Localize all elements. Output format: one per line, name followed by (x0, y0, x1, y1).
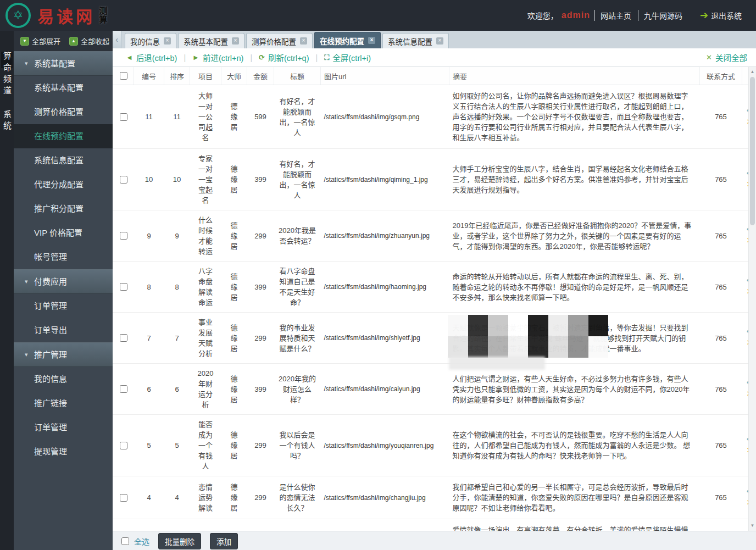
cell-sort: 3 (164, 519, 190, 531)
tab[interactable]: 测算价格配置 × (246, 33, 313, 48)
back-button[interactable]: ◄ 后退(ctrl+b) (119, 52, 184, 63)
brand: ✡ 易读网 测算 (0, 3, 108, 28)
sidebar-item[interactable]: 推广链接 (14, 391, 113, 415)
sidebar-item[interactable]: 推广积分配置 (14, 197, 113, 221)
cell-contact: 765 (700, 149, 742, 210)
sidebar-group-header[interactable]: ▾ 系统基配置 (14, 51, 113, 76)
cell-master: 德缘居 (221, 364, 247, 415)
channel-label[interactable]: 系统 (1, 110, 13, 133)
col-master: 大师 (221, 67, 247, 85)
row-checkbox[interactable] (120, 176, 127, 184)
table-row: 9 9 什么时候才能转运 德缘居 299 2020年我是否会转运？ /stati… (113, 210, 756, 262)
sidebar-item[interactable]: 测算价格配置 (14, 100, 113, 124)
row-checkbox[interactable] (120, 385, 127, 393)
collapse-all-button[interactable]: ▲ 全部收起 (69, 36, 109, 46)
records-table: 编号 排序 项目 大师 金额 标题 图片url 摘要 联系方式 管理 11 11… (113, 67, 756, 531)
tab-close-icon[interactable]: × (436, 37, 443, 45)
row-checkbox[interactable] (120, 494, 127, 502)
row-checkbox[interactable] (120, 113, 127, 121)
cell-summary: 人们把运气谓之财运，有些人天生好命，不必过多努力也有许多钱，有些人凭实力也只能拿… (449, 364, 700, 415)
cell-project: 八字命盘解读命运 (190, 262, 221, 313)
cell-image-url: /statics/ffsm/dashi/img/shiyetf.jpg (321, 313, 449, 364)
col-summary: 摘要 (449, 67, 700, 85)
table-row: 8 8 八字命盘解读命运 德缘居 399 看八字命盘知道自己是不是天生好命？ /… (113, 262, 756, 313)
refresh-button[interactable]: ⟳ 刷新(ctrl+q) (252, 52, 315, 63)
sidebar-item[interactable]: 系统基本配置 (14, 76, 113, 100)
sidebar-group-header[interactable]: ▾ 付费应用 (14, 269, 113, 294)
sidebar-item[interactable]: 订单管理 (14, 294, 113, 318)
cell-summary: 天赋就像是一颗被蒙尘的宝石，被暂时遗忘到角落，等你去发掘！只要找到合适的路径，在… (449, 313, 700, 364)
channel-label[interactable]: 算命频道 (1, 52, 13, 98)
cell-title: 2020年我和现任的感情发展会顺利 (274, 519, 321, 531)
sidebar-item[interactable]: VIP 价格配置 (14, 221, 113, 245)
tab-bar: ‹ 我的信息 × 系统基本配置 × 测算价格配置 × 在线预约配置 × 系统信息… (113, 31, 756, 48)
scrollbar-down-icon[interactable]: ▼ (749, 522, 756, 530)
cell-amount: 399 (247, 149, 274, 210)
scrollbar-up-icon[interactable]: ▲ (749, 68, 756, 76)
sidebar-item[interactable]: 系统信息配置 (14, 148, 113, 173)
table-row: 10 10 专家一对一宝宝起名 德缘居 399 有好名，才能脱颖而出，一名惊人 … (113, 149, 756, 210)
scrollbar-thumb[interactable] (750, 77, 755, 225)
cell-title: 是什么使你的恋情无法长久？ (274, 476, 321, 519)
row-checkbox[interactable] (120, 283, 127, 291)
toolbar: ◄ 后退(ctrl+b) | ► 前进(ctrl+n) | ⟳ 刷新(ctrl+… (113, 48, 756, 67)
cell-sort: 10 (164, 149, 190, 210)
tab-close-icon[interactable]: × (300, 37, 307, 45)
sidebar-item[interactable]: 在线预约配置 (14, 124, 113, 148)
cell-project: 恋情运势解读 (190, 476, 221, 519)
header-checkbox[interactable] (120, 72, 127, 80)
row-checkbox[interactable] (120, 442, 127, 449)
expand-all-icon: ▼ (20, 37, 29, 46)
main-panel: ‹ 我的信息 × 系统基本配置 × 测算价格配置 × 在线预约配置 × 系统信息… (113, 31, 756, 550)
site-home-link[interactable]: 网站主页 (594, 10, 637, 21)
row-checkbox[interactable] (120, 334, 127, 342)
batch-delete-button[interactable]: 批量删除 (158, 533, 201, 549)
cell-sort: 5 (164, 415, 190, 476)
close-all-tabs-button[interactable]: ✕ 关闭全部 (706, 52, 756, 63)
row-checkbox[interactable] (120, 232, 127, 240)
cell-summary: 2019年已经临近尾声，你是否已经做好准备拥抱你的2020？不管是爱情，事业，或… (449, 210, 700, 262)
forward-button[interactable]: ► 前进(ctrl+n) (186, 52, 250, 63)
tab[interactable]: 我的信息 × (125, 33, 176, 48)
logout-arrow-icon: ➔ (700, 9, 708, 21)
cell-amount: 399 (247, 364, 274, 415)
sidebar-item[interactable]: 提现管理 (14, 440, 113, 464)
cell-image-url: /statics/ffsm/dashi/img/dashi_1.jpg (321, 519, 449, 531)
sidebar-item[interactable]: 订单管理 (14, 415, 113, 440)
tab[interactable]: 在线预约配置 × (314, 32, 381, 48)
table-row: 4 4 恋情运势解读 德缘居 299 是什么使你的恋情无法长久？ /static… (113, 476, 756, 519)
sidebar-item[interactable]: 帐号管理 (14, 245, 113, 269)
cell-contact: 765 (700, 364, 742, 415)
source-link[interactable]: 九牛网源码 (638, 10, 688, 21)
cell-summary: 我们都希望自己和心爱的另一半长相厮守，可是总会经历波折，导致最后时分手，你能清楚… (449, 476, 700, 519)
tab[interactable]: 系统基本配置 × (178, 33, 244, 48)
cell-amount: 399 (247, 262, 274, 313)
cell-summary: 如何取好的公司名，让你的品牌名声远扬而避免进入误区？根据周易数理字义五行结合法人… (449, 85, 700, 149)
tab-close-icon[interactable]: × (368, 37, 375, 44)
select-all-checkbox[interactable] (121, 537, 129, 545)
sidebar-item[interactable]: 我的信息 (14, 367, 113, 391)
col-id: 编号 (134, 67, 164, 85)
tab-close-icon[interactable]: × (232, 37, 239, 45)
tab-scroll-left[interactable]: ‹ (113, 31, 121, 48)
cell-summary: 爱情就像一场演出，有高潮有落幕，有分合转折。美满的爱情是将陌生慢慢转变为信任，由… (449, 519, 700, 531)
cell-id: 8 (134, 262, 164, 313)
vertical-scrollbar[interactable]: ▲ ▼ (748, 67, 756, 531)
expand-all-button[interactable]: ▼ 全部展开 (20, 36, 60, 46)
sidebar-item[interactable]: 订单导出 (14, 318, 113, 342)
sidebar: ▼ 全部展开 ▲ 全部收起 ▾ 系统基配置 系统基本配置 测算价格配置 在线预约… (14, 31, 113, 550)
sidebar-item[interactable]: 代理分成配置 (14, 173, 113, 197)
add-button[interactable]: 添加 (210, 533, 238, 549)
cell-amount: 299 (247, 210, 274, 262)
sidebar-group-header[interactable]: ▾ 推广管理 (14, 342, 113, 367)
cell-summary: 大师手工分析宝宝的生辰八字，结合生肖，国学易经起名文化老师结合五格三才，易经楚辞… (449, 149, 700, 210)
cell-title: 有好名，才能脱颖而出，一名惊人 (274, 149, 321, 210)
tab-close-icon[interactable]: × (164, 37, 171, 45)
fullscreen-button[interactable]: ⛶ 全屏(ctrl+i) (318, 52, 377, 63)
tab[interactable]: 系统信息配置 × (382, 33, 449, 48)
top-header: ✡ 易读网 测算 欢迎您， admin 网站主页 九牛网源码 ➔ 退出系统 (0, 0, 756, 31)
logout-button[interactable]: ➔ 退出系统 (700, 9, 742, 21)
cell-title: 我以后会是一个有钱人吗？ (274, 415, 321, 476)
select-all-control[interactable]: 全选 (119, 536, 149, 547)
tab-label: 系统信息配置 (388, 36, 432, 47)
